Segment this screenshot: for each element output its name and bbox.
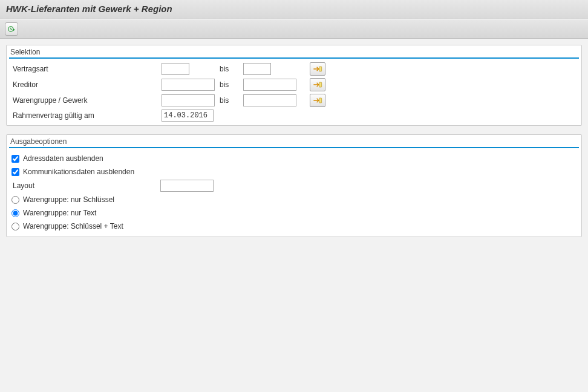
layout-input[interactable] (160, 180, 214, 192)
adress-row: Adressdaten ausblenden (10, 152, 578, 165)
warengruppe-bis-label: bis (216, 96, 243, 105)
vertragsart-from-input[interactable] (162, 63, 189, 75)
execute-button[interactable] (5, 22, 18, 36)
radio-both-row: Warengruppe: Schlüssel + Text (10, 220, 578, 233)
kreditor-from-input[interactable] (162, 79, 215, 91)
radio-both-label: Warengruppe: Schlüssel + Text (22, 222, 123, 230)
page-title: HWK-Lieferanten mit Gewerk + Region (6, 4, 582, 14)
kreditor-label: Kreditor (10, 79, 162, 90)
panel-rule (9, 57, 579, 59)
ausgabe-header: Ausgabeoptionen (7, 135, 581, 147)
kreditor-to-input[interactable] (243, 79, 296, 91)
selektion-header: Selektion (7, 45, 581, 57)
radio-schluessel-row: Warengruppe: nur Schlüssel (10, 193, 578, 206)
clock-execute-icon (7, 25, 16, 33)
svg-rect-2 (319, 82, 322, 87)
komm-label: Kommunikationsdaten ausblenden (22, 168, 134, 176)
selektion-panel: Selektion Vertragsart bis Kreditor bis W… (6, 45, 582, 126)
radio-schluessel-label: Warengruppe: nur Schlüssel (22, 195, 114, 204)
ausgabe-options: Adressdaten ausblenden Kommunikationsdat… (7, 152, 581, 233)
selektion-grid: Vertragsart bis Kreditor bis Warengruppe… (7, 62, 581, 122)
svg-rect-1 (319, 67, 322, 71)
komm-row: Kommunikationsdaten ausblenden (10, 165, 578, 178)
vertragsart-label: Vertragsart (10, 64, 162, 74)
warengruppe-multi-button[interactable] (310, 94, 325, 107)
rahmenvertrag-label: Rahmenvertrag gültig am (10, 110, 162, 121)
panel-rule-2 (9, 147, 579, 148)
komm-checkbox[interactable] (11, 168, 19, 176)
content-area: Selektion Vertragsart bis Kreditor bis W… (0, 39, 588, 237)
radio-both[interactable] (11, 223, 19, 230)
radio-text[interactable] (11, 209, 19, 217)
layout-label: Layout (10, 180, 160, 191)
title-bar: HWK-Lieferanten mit Gewerk + Region (0, 0, 588, 19)
radio-text-row: Warengruppe: nur Text (10, 206, 578, 220)
vertragsart-to-input[interactable] (243, 63, 271, 75)
radio-text-label: Warengruppe: nur Text (22, 209, 96, 217)
layout-row: Layout (10, 178, 578, 193)
rahmenvertrag-input[interactable] (162, 109, 214, 122)
warengruppe-label: Warengruppe / Gewerk (10, 95, 162, 106)
adress-checkbox[interactable] (11, 155, 19, 163)
radio-schluessel[interactable] (11, 196, 19, 204)
ausgabe-panel: Ausgabeoptionen Adressdaten ausblenden K… (6, 134, 582, 237)
warengruppe-to-input[interactable] (243, 94, 296, 106)
vertragsart-multi-button[interactable] (310, 62, 325, 76)
svg-rect-3 (319, 98, 322, 103)
adress-label: Adressdaten ausblenden (22, 154, 103, 163)
toolbar (0, 19, 588, 39)
kreditor-bis-label: bis (216, 80, 243, 89)
vertragsart-bis-label: bis (216, 65, 243, 73)
warengruppe-from-input[interactable] (162, 94, 215, 106)
kreditor-multi-button[interactable] (310, 78, 325, 91)
